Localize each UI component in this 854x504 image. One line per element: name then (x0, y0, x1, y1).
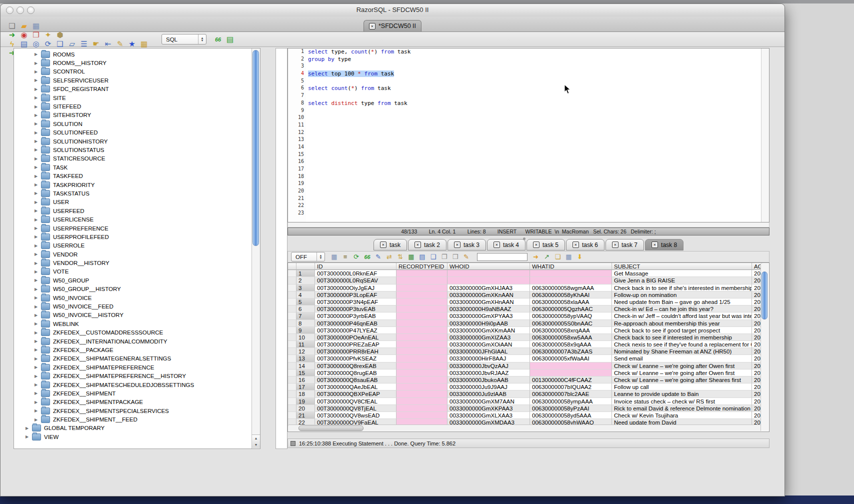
tree-item-zkfedex__package[interactable]: ▶ZKFEDEX__PACKAGE (14, 346, 252, 354)
open-folder-icon[interactable]: ▰ (20, 22, 28, 30)
tree-item-zkfedex__shipmentpackage[interactable]: ▶ZKFEDEX__SHIPMENTPACKAGE (14, 398, 252, 406)
table-row[interactable]: 700T3000000P3yrbEAB0033000000GmXPYAA3006… (288, 312, 769, 320)
save-grid-icon[interactable]: ▦ (564, 252, 573, 261)
cell-whatid[interactable]: 006300000058ypVAAQ (530, 312, 612, 320)
edit-cell-icon[interactable]: ✎ (374, 252, 382, 261)
code-line[interactable] (308, 108, 761, 115)
quotes-icon[interactable]: 66 (214, 35, 222, 44)
cell-recordtypeid[interactable] (396, 298, 448, 306)
table-row[interactable]: 1000T3000000POeAnEAL0033000000GmXIZAA300… (288, 334, 769, 341)
cell-recordtypeid[interactable] (396, 292, 448, 298)
cell-whoid[interactable]: 0033000000Ju9zlAAB (448, 390, 530, 398)
cell-whatid[interactable] (530, 270, 612, 277)
code-line[interactable]: select top 100 * from task (308, 70, 761, 78)
disclosure-triangle-icon[interactable]: ▶ (33, 113, 39, 118)
code-line[interactable] (308, 202, 761, 210)
disclosure-triangle-icon[interactable]: ▶ (33, 226, 39, 230)
cell-whoid[interactable]: 0033000000JbvQzAAJ (448, 362, 530, 370)
tree-item-w50_invoice__history[interactable]: ▶W50_INVOICE__HISTORY (14, 311, 252, 320)
editor-hscrollbar[interactable] (288, 222, 770, 228)
tree-item-solutionstatus[interactable]: ▶SOLUTIONSTATUS (14, 146, 252, 154)
columns-list-icon[interactable]: ▤ (20, 40, 28, 48)
cell-id[interactable]: 00T3000000PRR8rEAH (315, 348, 396, 355)
cell-whatid[interactable]: 006300000058xrqAAA (530, 327, 612, 334)
tree-item-rooms[interactable]: ▶ROOMS (14, 50, 252, 58)
tree-item-solutionhistory[interactable]: ▶SOLUTIONHISTORY (14, 137, 252, 146)
result-tab-task-5[interactable]: ✕task 5 (526, 239, 565, 250)
disclosure-triangle-icon[interactable]: ▶ (33, 391, 39, 396)
disconnect-icon[interactable]: ◉ (20, 30, 28, 40)
cell-id[interactable]: 00T3000000P3LopEAF (315, 292, 396, 298)
sort-rows-icon[interactable]: ⇅ (396, 252, 404, 261)
tree-item-vendor__history[interactable]: ▶VENDOR__HISTORY (14, 258, 252, 267)
table-edit-icon[interactable]: ▦ (140, 40, 148, 48)
cell-recordtypeid[interactable] (396, 334, 448, 341)
table-row[interactable]: 2100T3000000QV8wsEAD0033000000GmXLXAA300… (288, 412, 769, 419)
cell-whoid[interactable]: 0033000000GmXIZAA3 (448, 334, 530, 341)
cell-subject[interactable]: Rick to email David & reference Delmonte… (612, 405, 752, 412)
cell-whatid[interactable] (530, 370, 612, 376)
tree-item-zkfedex__customaddresssource[interactable]: ▶ZKFEDEX__CUSTOMADDRESSSOURCE (14, 328, 252, 337)
go-arrow-icon[interactable]: ➜ (532, 252, 540, 261)
disclosure-triangle-icon[interactable]: ▶ (33, 96, 39, 100)
cell-recordtypeid[interactable] (396, 398, 448, 405)
disclosure-triangle-icon[interactable]: ▶ (33, 270, 39, 274)
cell-subject[interactable]: Get Massage (612, 270, 752, 277)
tree-item-zkfedex__shipmentspecialservices[interactable]: ▶ZKFEDEX__SHIPMENTSPECIALSERVICES (14, 406, 252, 415)
cell-recordtypeid[interactable] (396, 355, 448, 362)
download-icon[interactable]: ⬇ (576, 252, 584, 261)
disclosure-triangle-icon[interactable]: ▶ (33, 408, 39, 413)
code-line[interactable]: group by type (308, 56, 761, 64)
code-line[interactable]: select count(*) from task (308, 85, 761, 92)
statement-type-select[interactable]: SQL ▲▼ (162, 34, 206, 44)
highlighter-icon[interactable]: ✎ (462, 252, 470, 261)
disclosure-triangle-icon[interactable]: ▶ (33, 339, 39, 344)
table-row[interactable]: 100T3000000L0RknEAFGet Massage200 (288, 270, 769, 277)
code-line[interactable] (308, 92, 761, 100)
insert-row-icon[interactable]: ⇄ (385, 252, 394, 261)
result-tab-task-3[interactable]: ✕task 3 (448, 239, 486, 250)
table-row[interactable]: 1800T3000000QBXPeEAP0033000000Ju9zlAAB00… (288, 390, 769, 398)
disclosure-triangle-icon[interactable]: ▶ (33, 174, 39, 178)
find-in-file-icon[interactable]: ◎ (32, 40, 40, 48)
tree-item-site[interactable]: ▶SITE (14, 94, 252, 102)
disclosure-triangle-icon[interactable]: ▶ (33, 287, 39, 292)
tree-item-weblink[interactable]: ▶WEBLINK (14, 320, 252, 328)
cell-subject[interactable]: Check w/ Leanne – we're going after Shea… (612, 376, 752, 384)
cell-subject[interactable]: Check back in to see if she's interested… (612, 284, 752, 292)
execute-lightning-icon[interactable]: ϟ (8, 40, 16, 48)
cell-recordtypeid[interactable] (396, 384, 448, 390)
copy-table-icon[interactable]: ❐ (32, 30, 40, 40)
disclosure-triangle-icon[interactable]: ▶ (33, 348, 39, 352)
cell-whatid[interactable]: 006300000058x9qAAA (530, 341, 612, 348)
tree-item-taskstatus[interactable]: ▶TASKSTATUS (14, 189, 252, 198)
disclosure-triangle-icon[interactable]: ▶ (33, 122, 39, 126)
cell-recordtypeid[interactable] (396, 362, 448, 370)
cell-id[interactable]: 00T3000000OiyJgEAJ (315, 284, 396, 292)
cell-whoid[interactable]: 0033000000JbukoAAB (448, 376, 530, 384)
cell-id[interactable]: 00T3000000L0RqSEAV (315, 277, 396, 284)
table-hscrollbar[interactable] (288, 424, 761, 431)
code-line[interactable] (308, 188, 761, 196)
table-row[interactable]: 800T3000000P46qnEAB0033000000H9i0pAAB006… (288, 320, 769, 327)
table-row[interactable]: 1100T3000000PREZaEAP0033000000GmXOiAAN00… (288, 341, 769, 348)
column-header-recordtypeid[interactable]: RECORDTYPEID (396, 263, 448, 270)
disclosure-triangle-icon[interactable]: ▶ (33, 418, 39, 422)
tree-item-sitefeed[interactable]: ▶SITEFEED (14, 102, 252, 110)
copy-cells-icon[interactable]: ❐ (440, 252, 448, 261)
tree-item-zkfedex__shipmatepreference[interactable]: ▶ZKFEDEX__SHIPMATEPREFERENCE (14, 363, 252, 372)
disclosure-triangle-icon[interactable]: ▶ (33, 165, 39, 170)
table-row[interactable]: 400T3000000P3LopEAF0033000000GmXKnAAN006… (288, 292, 769, 298)
disclosure-triangle-icon[interactable]: ▶ (33, 374, 39, 378)
cell-subject[interactable]: Follow-up on nomination (612, 292, 752, 298)
disclosure-triangle-icon[interactable]: ▶ (33, 130, 39, 135)
cell-recordtypeid[interactable] (396, 412, 448, 419)
cell-id[interactable]: 00T3000000P3N4pEAF (315, 298, 396, 306)
cell-id[interactable]: 00T3000000P3yrbEAB (315, 312, 396, 320)
disclosure-triangle-icon[interactable]: ▶ (24, 426, 30, 430)
cell-subject[interactable]: Check w/ Leanne – we're going after Owen… (612, 370, 752, 376)
tree-item-vote[interactable]: ▶VOTE (14, 268, 252, 276)
tree-item-zkfedex__internationalcommodity[interactable]: ▶ZKFEDEX__INTERNATIONALCOMMODITY (14, 337, 252, 346)
table-row[interactable]: 500T3000000P3N4pEAF0033000000GmXHnAAN006… (288, 298, 769, 306)
disclosure-triangle-icon[interactable]: ▶ (24, 434, 30, 439)
